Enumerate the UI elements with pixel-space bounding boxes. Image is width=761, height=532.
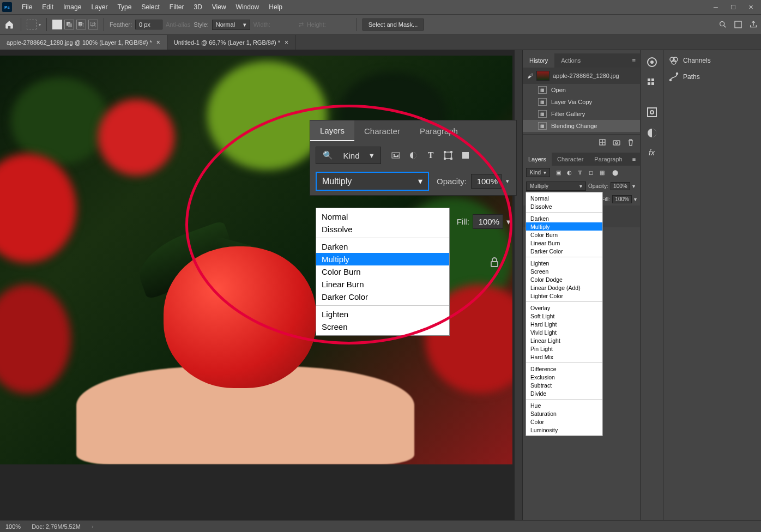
- filter-pixel-icon[interactable]: [391, 150, 401, 160]
- adjustments-icon[interactable]: [641, 102, 663, 122]
- blend-option-selected[interactable]: Multiply: [526, 222, 602, 231]
- blend-option[interactable]: Darker Color: [526, 247, 602, 255]
- zoom-blend-dropdown[interactable]: Normal Dissolve Darken Multiply Color Bu…: [316, 208, 450, 336]
- marquee-tool-icon[interactable]: ▾: [27, 20, 41, 29]
- menu-help[interactable]: Help: [264, 1, 287, 13]
- filter-smart-icon[interactable]: ▦: [598, 169, 606, 177]
- snapshot-icon[interactable]: [613, 138, 620, 146]
- blend-option[interactable]: Color: [526, 418, 602, 426]
- create-document-icon[interactable]: [599, 138, 606, 146]
- delete-icon[interactable]: [627, 138, 635, 146]
- blend-option[interactable]: Color Burn: [316, 265, 449, 278]
- blend-option[interactable]: Normal: [526, 194, 602, 202]
- blend-option[interactable]: Pin Light: [526, 344, 602, 353]
- add-selection-icon[interactable]: [64, 20, 74, 29]
- zoom-filter-select[interactable]: 🔍Kind▾: [316, 147, 381, 164]
- blend-option[interactable]: Vivid Light: [526, 328, 602, 336]
- blend-option[interactable]: Soft Light: [526, 312, 602, 320]
- history-source[interactable]: 🖌 apple-2788662_1280.jpg: [523, 68, 640, 84]
- blend-option[interactable]: Linear Light: [526, 336, 602, 344]
- panel-paths[interactable]: Paths: [663, 69, 761, 85]
- blend-option[interactable]: Linear Burn: [526, 239, 602, 247]
- subtract-selection-icon[interactable]: [76, 20, 86, 29]
- blend-option[interactable]: Overlay: [526, 304, 602, 312]
- menu-filter[interactable]: Filter: [165, 1, 189, 13]
- panel-menu-icon[interactable]: ≡: [628, 53, 640, 68]
- history-item[interactable]: ▦Layer Via Copy: [523, 96, 640, 108]
- blend-option[interactable]: Screen: [316, 321, 449, 333]
- blend-option[interactable]: Difference: [526, 365, 602, 373]
- document-tab-2[interactable]: Untitled-1 @ 66,7% (Layer 1, RGB/8#) *×: [167, 35, 295, 50]
- fx-icon[interactable]: fx: [641, 144, 663, 161]
- blend-option[interactable]: Dissolve: [526, 202, 602, 210]
- blend-option[interactable]: Color Burn: [526, 231, 602, 239]
- blend-option[interactable]: Divide: [526, 389, 602, 397]
- zoom-opacity-input[interactable]: 100%: [471, 174, 502, 189]
- tab-history[interactable]: History: [523, 53, 554, 68]
- close-tab-icon[interactable]: ×: [285, 39, 288, 46]
- filter-type-icon[interactable]: T: [426, 150, 436, 160]
- blend-option[interactable]: Lighter Color: [526, 292, 602, 300]
- menu-3d[interactable]: 3D: [189, 1, 206, 13]
- layer-filter-select[interactable]: Kind▾: [526, 168, 550, 177]
- color-icon[interactable]: [641, 52, 663, 72]
- blend-option[interactable]: Hue: [526, 401, 602, 409]
- blend-option[interactable]: Dissolve: [316, 223, 449, 235]
- panel-menu-icon[interactable]: ≡: [628, 153, 640, 166]
- blend-option[interactable]: Lighten: [316, 308, 449, 321]
- close-tab-icon[interactable]: ×: [156, 39, 160, 46]
- blend-option[interactable]: Normal: [316, 210, 449, 223]
- minimize-button[interactable]: ─: [708, 2, 724, 13]
- menu-image[interactable]: Image: [59, 1, 86, 13]
- new-selection-icon[interactable]: [52, 20, 62, 29]
- opacity-input[interactable]: 100%: [611, 182, 630, 190]
- blend-option[interactable]: Darken: [526, 214, 602, 222]
- panel-channels[interactable]: Channels: [663, 52, 761, 69]
- close-button[interactable]: ✕: [742, 2, 759, 13]
- share-icon[interactable]: [749, 20, 758, 29]
- canvas-area[interactable]: Layers Character Paragraph 🔍Kind▾ T: [0, 50, 522, 520]
- tab-layers[interactable]: Layers: [523, 153, 552, 166]
- history-item-selected[interactable]: ▦Blending Change: [523, 120, 640, 132]
- home-icon[interactable]: [3, 19, 15, 31]
- swatches-icon[interactable]: [641, 73, 663, 93]
- maximize-button[interactable]: ☐: [725, 2, 741, 13]
- menu-type[interactable]: Type: [113, 1, 136, 13]
- tab-paragraph[interactable]: Paragraph: [589, 153, 627, 166]
- blend-option[interactable]: Hard Mix: [526, 353, 602, 361]
- document-tab-1[interactable]: apple-2788662_1280.jpg @ 100% (Layer 1, …: [0, 35, 167, 50]
- feather-input[interactable]: 0 px: [135, 20, 162, 29]
- select-and-mask-button[interactable]: Select and Mask...: [363, 19, 424, 31]
- blend-option[interactable]: Screen: [526, 267, 602, 275]
- filter-shape-icon[interactable]: [443, 150, 453, 160]
- filter-smart-icon[interactable]: [461, 150, 470, 160]
- doc-size[interactable]: Doc: 2,76M/5.52M: [32, 523, 81, 530]
- blend-option[interactable]: Linear Dodge (Add): [526, 283, 602, 292]
- filter-adjust-icon[interactable]: ◐: [565, 169, 573, 177]
- tab-character[interactable]: Character: [552, 153, 589, 166]
- history-item[interactable]: ▦Filter Gallery: [523, 108, 640, 120]
- blend-option[interactable]: Linear Burn: [316, 278, 449, 291]
- blend-mode-dropdown[interactable]: Normal Dissolve Darken Multiply Color Bu…: [526, 192, 603, 436]
- zoom-tab-character[interactable]: Character: [354, 120, 410, 141]
- menu-edit[interactable]: Edit: [38, 1, 58, 13]
- zoom-tab-layers[interactable]: Layers: [310, 120, 354, 141]
- history-item[interactable]: ▦Open: [523, 84, 640, 96]
- blend-option[interactable]: Subtract: [526, 381, 602, 389]
- filter-shape-icon[interactable]: ◻: [587, 169, 595, 177]
- menu-select[interactable]: Select: [137, 1, 164, 13]
- blend-option[interactable]: Color Dodge: [526, 275, 602, 283]
- blend-option[interactable]: Darken: [316, 240, 449, 253]
- filter-pixel-icon[interactable]: ▣: [554, 169, 562, 177]
- blend-option[interactable]: Lighten: [526, 259, 602, 267]
- menu-file[interactable]: File: [17, 1, 37, 13]
- search-icon[interactable]: [718, 20, 727, 29]
- blend-option[interactable]: Saturation: [526, 409, 602, 418]
- filter-toggle[interactable]: ⬤: [611, 169, 619, 177]
- blend-option[interactable]: Luminosity: [526, 426, 602, 434]
- status-arrow-icon[interactable]: ›: [92, 523, 94, 530]
- blend-option[interactable]: Exclusion: [526, 373, 602, 381]
- blend-mode-select[interactable]: Multiply▾: [526, 182, 586, 191]
- style-select[interactable]: Normal ▾: [212, 20, 250, 30]
- blend-option[interactable]: Darker Color: [316, 291, 449, 303]
